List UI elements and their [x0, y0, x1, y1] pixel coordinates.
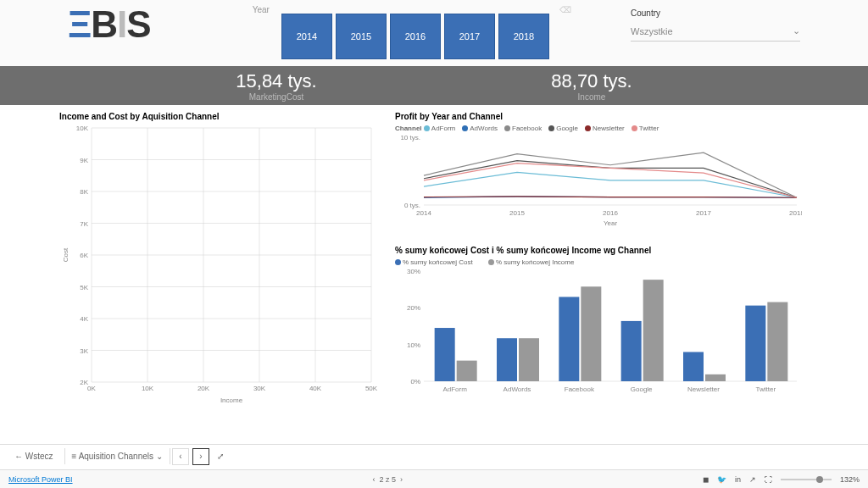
svg-text:2017: 2017	[696, 209, 711, 217]
svg-text:AdWords: AdWords	[504, 385, 531, 393]
kpi-income-value: 88,70 tys.	[551, 70, 632, 92]
svg-rect-51	[457, 361, 477, 381]
zoom-value: 132%	[840, 475, 860, 484]
fit-icon[interactable]: ⤢	[211, 449, 230, 463]
footer: Microsoft Power BI ‹ 2 z 5 › ◼ 🐦 in ↗ ⛶ …	[0, 469, 868, 488]
svg-text:0K: 0K	[87, 385, 96, 392]
powerbi-link[interactable]: Microsoft Power BI	[8, 475, 73, 484]
svg-text:2014: 2014	[416, 209, 431, 217]
kpi-marketingcost-label: MarketingCost	[236, 92, 316, 102]
svg-text:30%: 30%	[407, 269, 420, 275]
svg-rect-62	[683, 352, 704, 381]
svg-rect-63	[705, 374, 726, 381]
kpi-marketingcost-value: 15,84 tys.	[236, 70, 316, 92]
chevron-down-icon: ⌄	[793, 25, 800, 36]
svg-text:Cost: Cost	[62, 247, 70, 262]
year-2017[interactable]: 2017	[444, 14, 495, 59]
profit-legend: Channel AdFormAdWordsFacebookGoogleNewsl…	[395, 125, 802, 132]
svg-rect-56	[559, 297, 579, 381]
svg-text:10 tys.: 10 tys.	[400, 136, 420, 141]
pct-legend: % sumy końcowej Cost % sumy końcowej Inc…	[395, 258, 802, 266]
kpi-income-label: Income	[551, 92, 632, 102]
twitter-icon[interactable]: 🐦	[717, 475, 726, 484]
svg-text:5K: 5K	[80, 284, 88, 291]
pct-title: % sumy końcowej Cost i % sumy końcowej I…	[395, 246, 802, 255]
facebook-icon[interactable]: ◼	[703, 475, 709, 484]
svg-text:Income: Income	[220, 396, 243, 404]
page-indicator[interactable]: ‹ 2 z 5 ›	[372, 475, 403, 484]
linkedin-icon[interactable]: in	[735, 475, 741, 484]
year-slicer-label: Year	[253, 5, 270, 14]
svg-rect-50	[435, 328, 455, 381]
kpi-bar: 15,84 tys. MarketingCost 88,70 tys. Inco…	[0, 66, 868, 105]
svg-text:AdForm: AdForm	[442, 385, 467, 393]
svg-rect-57	[581, 286, 601, 381]
year-2015[interactable]: 2015	[336, 14, 387, 59]
svg-rect-60	[643, 280, 664, 381]
svg-text:2018: 2018	[789, 209, 802, 217]
svg-text:7K: 7K	[80, 220, 88, 228]
year-2014[interactable]: 2014	[281, 14, 332, 59]
logo: ΞBIS	[68, 3, 151, 46]
profit-chart[interactable]: 0 tys.10 tys.20142015201620172018Year	[395, 136, 802, 237]
svg-text:3K: 3K	[80, 347, 88, 355]
prev-page[interactable]: ‹	[172, 448, 189, 465]
svg-rect-65	[745, 306, 765, 381]
svg-text:Twitter: Twitter	[756, 385, 776, 393]
bottom-nav: ← Wstecz ≡ Aquisition Channels ⌄ ‹ › ⤢	[0, 444, 868, 468]
svg-text:2016: 2016	[603, 209, 618, 217]
scatter-title: Income and Cost by Aquisition Channel	[59, 112, 381, 121]
svg-text:9K: 9K	[80, 157, 88, 164]
svg-text:Newsletter: Newsletter	[687, 385, 720, 393]
svg-rect-54	[519, 338, 539, 381]
country-dropdown[interactable]: Wszystkie ⌄	[631, 21, 800, 42]
year-2016[interactable]: 2016	[390, 14, 441, 59]
svg-text:4K: 4K	[80, 315, 88, 323]
svg-text:20%: 20%	[407, 304, 420, 312]
svg-rect-53	[497, 338, 517, 381]
svg-text:8K: 8K	[80, 188, 88, 196]
svg-text:Google: Google	[631, 385, 653, 393]
fullscreen-icon[interactable]: ⛶	[765, 475, 772, 484]
svg-text:20K: 20K	[198, 385, 210, 392]
pct-chart[interactable]: 0%10%20%30%AdFormAdWordsFacebookGoogleNe…	[395, 269, 802, 405]
svg-text:Year: Year	[604, 219, 618, 227]
next-page[interactable]: ›	[192, 448, 209, 465]
svg-rect-66	[767, 302, 787, 381]
year-2018[interactable]: 2018	[498, 14, 549, 59]
scatter-chart[interactable]: 2K3K4K5K6K7K8K9K10K0K10K20K30K40K50KInco…	[59, 125, 381, 413]
back-button[interactable]: ← Wstecz	[8, 449, 59, 463]
svg-text:2015: 2015	[509, 209, 525, 217]
svg-rect-59	[621, 321, 642, 381]
share-icon[interactable]: ↗	[749, 475, 756, 484]
country-label: Country	[631, 8, 800, 18]
svg-text:10K: 10K	[76, 125, 89, 132]
country-value: Wszystkie	[631, 26, 673, 36]
page-tab[interactable]: ≡ Aquisition Channels ⌄	[64, 448, 170, 464]
svg-text:0%: 0%	[410, 378, 420, 385]
zoom-slider[interactable]	[781, 479, 832, 480]
svg-text:0 tys.: 0 tys.	[404, 202, 420, 209]
svg-text:10%: 10%	[407, 341, 420, 349]
profit-title: Profit by Year and Channel	[395, 112, 802, 121]
svg-text:50K: 50K	[365, 385, 378, 392]
svg-text:Facebook: Facebook	[565, 385, 595, 393]
svg-text:30K: 30K	[253, 385, 266, 392]
svg-text:40K: 40K	[309, 385, 322, 392]
clear-icon[interactable]: ⌫	[559, 5, 571, 14]
svg-text:6K: 6K	[80, 252, 88, 259]
svg-text:10K: 10K	[142, 385, 154, 392]
year-slicer[interactable]: 2014 2015 2016 2017 2018	[281, 14, 549, 59]
